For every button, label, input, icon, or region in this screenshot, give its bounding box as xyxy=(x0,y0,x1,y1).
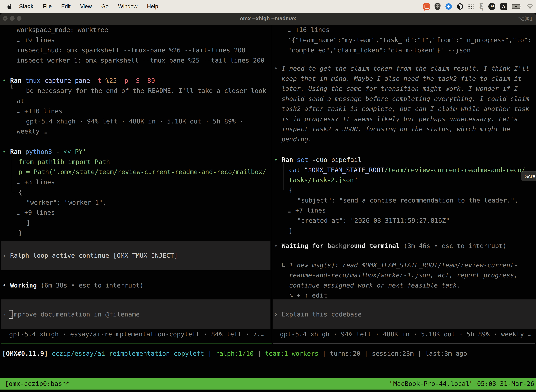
output-line: gpt-5.4 xhigh · 94% left · 488K in · 5.1… xyxy=(26,116,243,126)
model-status-line: gpt-5.4 xhigh · essay/ai-reimplementatio… xyxy=(9,329,264,339)
pane-divider[interactable] xyxy=(271,25,271,344)
bullet-icon: • xyxy=(2,148,6,155)
thinking-line: inspect task2's JSON, focusing on the st… xyxy=(282,124,510,134)
prompt-chevron-icon: › xyxy=(274,311,278,318)
bullet-icon: • xyxy=(2,282,6,289)
output-line: ] xyxy=(26,218,30,228)
command-line: tasks/task-2.json" xyxy=(289,175,358,185)
countdown-badge-icon[interactable]: ..61 xyxy=(488,3,495,10)
omx-status-bar: [OMX#0.11.9] cczip/essay/ai-reimplementa… xyxy=(2,348,467,359)
menu-window[interactable]: Window xyxy=(113,3,142,10)
privacy-shield-icon[interactable] xyxy=(435,3,440,10)
menu-app-name[interactable]: Slack xyxy=(14,3,38,10)
bullet-icon: • xyxy=(274,156,278,163)
window-title-bar[interactable]: omx --xhigh --madmax ⌥⌘1 xyxy=(0,13,536,25)
output-line: "created_at": "2026-03-31T11:59:27.816Z" xyxy=(297,215,450,226)
window-title: omx --xhigh --madmax xyxy=(0,15,536,21)
letter-a-app-icon[interactable]: A xyxy=(500,3,507,10)
mailbox-message-line: ↳ 1 new msg(s): read $OMX_TEAM_STATE_ROO… xyxy=(282,260,518,270)
output-line: } xyxy=(19,228,22,238)
menu-view[interactable]: View xyxy=(75,3,96,10)
window-shortcut-badge: ⌥⌘1 xyxy=(518,16,533,22)
screen-overlay-tooltip: Scre xyxy=(521,171,536,181)
output-tree-guide xyxy=(12,154,12,192)
squiggle-app-icon[interactable]: ξ xyxy=(479,3,483,10)
apple-menu-icon[interactable] xyxy=(5,4,14,9)
ran-command-line: • Ran python3 - <<'PY' xyxy=(2,147,86,157)
output-line: "worker": "worker-1", xyxy=(26,197,106,208)
working-status-line: • Working (6m 38s • esc to interrupt) xyxy=(2,280,144,290)
waiting-status-line: • Waiting for background terminal (3m 46… xyxy=(274,241,507,251)
menu-edit[interactable]: Edit xyxy=(57,3,75,10)
input-placeholder: Improve documentation in @filename xyxy=(10,311,140,318)
suggestion-line[interactable]: › Explain this codebase xyxy=(274,309,362,319)
bullet-icon: • xyxy=(274,242,278,249)
collapsed-lines-indicator: … +7 lines xyxy=(288,205,326,215)
mailbox-message-line: readme-and-reco/mailbox/worker-1.json, a… xyxy=(289,270,518,280)
arrow-icon: ↳ xyxy=(282,261,285,269)
output-line: } xyxy=(289,226,293,236)
macos-menu-bar: Slack File Edit View Go Window Help ξ ..… xyxy=(0,0,536,13)
code-line: from pathlib import Path xyxy=(19,157,110,167)
prompt-chevron-icon: › xyxy=(2,311,6,318)
output-line: { xyxy=(19,187,22,197)
output-line: at xyxy=(17,96,24,106)
model-status-line: gpt-5.4 xhigh · 94% left · 488K in · 5.1… xyxy=(280,329,531,339)
thinking-line: should send a message before completing … xyxy=(282,94,529,104)
tmux-session-label: [omx-cczip0:bash* xyxy=(5,378,70,390)
output-line: '{"team_name":"my-team","task_id":"1","f… xyxy=(288,35,531,45)
collapsed-lines-indicator: … +16 lines xyxy=(288,25,330,35)
output-line: be necessary for the end of the README. … xyxy=(26,86,266,96)
ralph-loop-line: › Ralph loop active continue [OMX_TMUX_I… xyxy=(2,250,178,261)
mailbox-message-line: continue assigned work or next feasible … xyxy=(289,280,460,290)
thinking-line: keep that in mind. Maybe I also need the… xyxy=(282,74,522,84)
moon-app-icon[interactable] xyxy=(457,3,463,10)
thinking-line: is in progress? It seems likely but perh… xyxy=(282,114,518,124)
edit-hint-line: ⌥ + ↑ edit xyxy=(289,290,327,300)
menu-go[interactable]: Go xyxy=(96,3,113,10)
inactive-pane-border xyxy=(273,344,535,344)
output-tree-guide xyxy=(283,163,283,190)
menu-file[interactable]: File xyxy=(38,3,57,10)
output-line: "subject": "send a concise recommendatio… xyxy=(297,195,518,205)
collapsed-lines-indicator: … +9 lines xyxy=(17,35,55,45)
prompt-chevron-icon: › xyxy=(2,252,6,259)
output-line: inspect_hud: omx sparkshell --tmux-pane … xyxy=(17,45,245,55)
prompt-input-line[interactable]: › Improve documentation in @filename xyxy=(2,309,140,319)
thinking-line: later. Using the same for transition mig… xyxy=(282,84,518,94)
output-line: workspace_mode: worktree xyxy=(17,25,108,35)
active-pane-border xyxy=(1,344,272,344)
collapsed-lines-indicator: … +9 lines xyxy=(17,207,55,218)
collapsed-lines-indicator: … +3 lines xyxy=(17,177,55,187)
wifi-icon[interactable] xyxy=(526,4,534,9)
thinking-line: pending. xyxy=(282,134,312,144)
terminal-window: omx --xhigh --madmax ⌥⌘1 workspace_mode:… xyxy=(0,13,536,392)
bolt-app-icon[interactable] xyxy=(445,3,452,10)
tmux-host-clock: "MacBook-Pro-44.local" 05:03 31-Mar-26 xyxy=(389,378,534,390)
output-line: weekly … xyxy=(17,126,47,136)
output-line: "completed","claim_token":"claim-token"}… xyxy=(288,45,471,55)
elbow-connector-icon: └ xyxy=(10,83,13,93)
dots-grid-icon[interactable] xyxy=(468,3,474,10)
battery-charging-icon[interactable] xyxy=(512,4,522,9)
menu-help[interactable]: Help xyxy=(142,3,163,10)
command-line: cat "$OMX_TEAM_STATE_ROOT/team/review-cu… xyxy=(289,165,525,175)
thinking-line: task2 after task1 is complete, but can I… xyxy=(282,104,529,114)
chat-bubble-icon[interactable] xyxy=(423,3,430,10)
ran-command-line: • Ran tmux capture-pane -t %25 -p -S -80 xyxy=(2,75,155,86)
thinking-line: • I need to get the claim token from the… xyxy=(274,63,529,74)
bullet-icon: • xyxy=(2,77,6,84)
bullet-icon: • xyxy=(274,65,278,72)
code-line: p = Path('.omx/state/team/review-current… xyxy=(19,167,266,177)
collapsed-lines-indicator: … +110 lines xyxy=(17,106,62,116)
tmux-status-bar[interactable]: [omx-cczip0:bash* "MacBook-Pro-44.local"… xyxy=(0,378,536,390)
ran-command-line: • Ran set -euo pipefail xyxy=(274,155,362,165)
output-line: inspect_worker-1: omx sparkshell --tmux-… xyxy=(17,55,264,65)
output-line: { xyxy=(289,185,293,195)
